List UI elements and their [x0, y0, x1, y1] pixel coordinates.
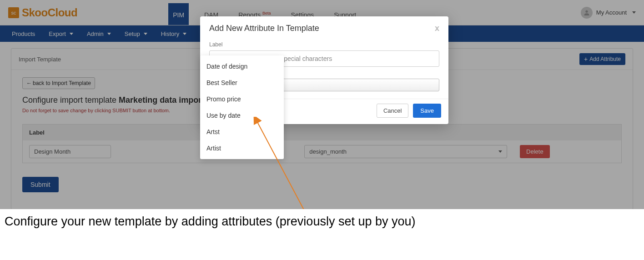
- logo-text: SkooCloud: [22, 6, 77, 19]
- add-attribute-button[interactable]: + Add Attribute: [579, 53, 625, 65]
- breadcrumb: Import Template: [19, 56, 61, 63]
- autocomplete-item[interactable]: Use by date: [200, 107, 284, 124]
- autocomplete-item[interactable]: Artist: [200, 140, 284, 156]
- autocomplete-item[interactable]: Best Seller: [200, 75, 284, 91]
- add-attribute-label: Add Attribute: [589, 56, 621, 62]
- table-row: Design Month design_month Delete: [23, 140, 621, 163]
- subnav-item-products[interactable]: Products: [9, 27, 38, 41]
- autocomplete-dropdown: Date of design Best Seller Promo price U…: [200, 55, 284, 159]
- attribute-table: Label Design Month design_month: [22, 124, 622, 163]
- subnav-label: Setup: [125, 30, 140, 37]
- svg-point-0: [585, 10, 588, 12]
- subnav-label: Export: [49, 30, 66, 37]
- table-header: Label: [23, 125, 621, 140]
- back-label: back to Import Template: [33, 80, 91, 86]
- account-menu[interactable]: My Account: [581, 7, 636, 19]
- back-button[interactable]: ← back to Import Template: [22, 77, 95, 89]
- topnav-item-pim[interactable]: PIM: [168, 3, 189, 25]
- autocomplete-item[interactable]: Promo price: [200, 91, 284, 107]
- save-button[interactable]: Save: [413, 104, 441, 118]
- avatar-icon: [581, 7, 593, 19]
- modal-header: Add New Attribute In Template x: [200, 16, 448, 39]
- annotation-caption: Configure your new template by adding at…: [0, 209, 644, 260]
- logo-badge-icon: sc: [8, 7, 19, 18]
- th-field: [298, 125, 513, 140]
- subnav-item-setup[interactable]: Setup: [122, 27, 150, 41]
- label-field-label: Label: [209, 41, 439, 48]
- chevron-down-icon: [183, 33, 186, 35]
- logo[interactable]: sc SkooCloud: [8, 6, 77, 19]
- chevron-down-icon: [632, 11, 636, 14]
- chevron-left-icon: ←: [26, 80, 32, 86]
- subnav-item-history[interactable]: History: [158, 27, 189, 41]
- subnav-label: History: [161, 30, 179, 37]
- chevron-down-icon: [144, 33, 147, 35]
- subnav-item-admin[interactable]: Admin: [84, 27, 114, 41]
- subnav-label: Admin: [87, 30, 104, 37]
- close-icon[interactable]: x: [435, 24, 439, 33]
- chevron-down-icon: [70, 33, 73, 35]
- account-label: My Account: [596, 9, 627, 16]
- submit-button[interactable]: Submit: [22, 177, 59, 192]
- cancel-button[interactable]: Cancel: [377, 104, 408, 118]
- subnav-item-export[interactable]: Export: [46, 27, 76, 41]
- chevron-down-icon: [107, 33, 111, 35]
- row-field-select[interactable]: design_month: [304, 145, 507, 158]
- autocomplete-item[interactable]: Date of design: [200, 58, 284, 75]
- delete-button[interactable]: Delete: [520, 145, 550, 158]
- autocomplete-item[interactable]: Artst: [200, 124, 284, 140]
- th-action: [513, 125, 621, 140]
- row-label-input[interactable]: Design Month: [29, 145, 111, 158]
- chevron-down-icon: [498, 150, 502, 153]
- configure-prefix: Configure import template: [22, 95, 119, 105]
- app-screenshot: sc SkooCloud PIM DAM Reports Beta Settin…: [0, 0, 644, 209]
- plus-icon: +: [584, 56, 588, 62]
- beta-badge: Beta: [262, 11, 271, 15]
- modal-title: Add New Attribute In Template: [209, 24, 319, 33]
- row-field-value: design_month: [309, 148, 347, 155]
